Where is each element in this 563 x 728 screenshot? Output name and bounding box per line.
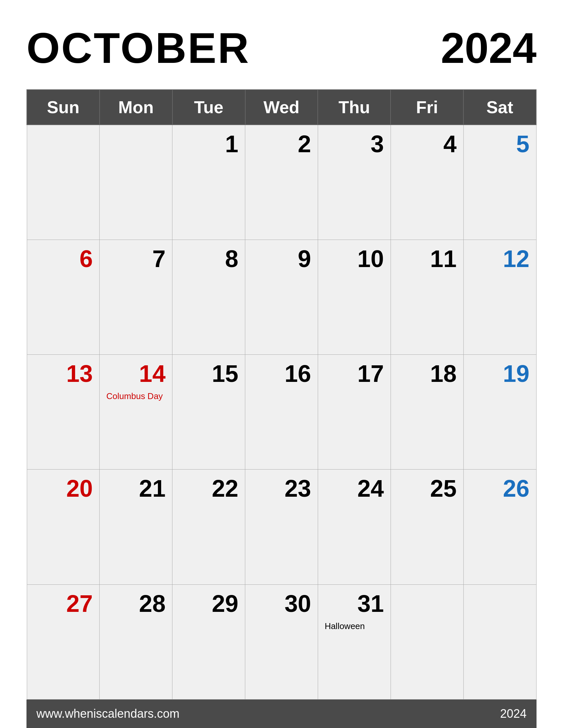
calendar-cell bbox=[391, 584, 463, 699]
day-number: 4 bbox=[398, 130, 457, 158]
day-number: 10 bbox=[325, 245, 384, 272]
calendar-cell: 5 bbox=[463, 125, 536, 240]
event-label: Columbus Day bbox=[106, 391, 165, 401]
day-header-wed: Wed bbox=[245, 90, 318, 125]
footer-url: www.wheniscalendars.com bbox=[36, 707, 179, 721]
calendar-cell: 22 bbox=[172, 470, 245, 584]
calendar-table: Sun Mon Tue Wed Thu Fri Sat 123456789101… bbox=[26, 89, 537, 700]
calendar-cell: 1 bbox=[172, 125, 245, 240]
calendar-cell: 20 bbox=[27, 470, 100, 584]
day-header-fri: Fri bbox=[391, 90, 463, 125]
calendar-cell: 18 bbox=[391, 355, 463, 470]
day-number: 11 bbox=[398, 245, 457, 272]
day-number: 21 bbox=[106, 475, 165, 502]
day-header-tue: Tue bbox=[172, 90, 245, 125]
calendar-cell: 10 bbox=[318, 240, 391, 354]
day-number: 18 bbox=[398, 360, 457, 387]
day-number: 27 bbox=[34, 590, 93, 617]
day-header-sun: Sun bbox=[27, 90, 100, 125]
calendar-cell: 11 bbox=[391, 240, 463, 354]
day-header-thu: Thu bbox=[318, 90, 391, 125]
day-number: 24 bbox=[325, 475, 384, 502]
calendar-cell: 30 bbox=[245, 584, 318, 699]
day-number: 28 bbox=[106, 590, 165, 617]
day-number: 2 bbox=[252, 130, 311, 158]
day-number: 19 bbox=[470, 360, 530, 387]
calendar-cell: 17 bbox=[318, 355, 391, 470]
calendar-cell: 28 bbox=[100, 584, 172, 699]
calendar-cell: 12 bbox=[463, 240, 536, 354]
day-number: 12 bbox=[470, 245, 530, 272]
calendar-cell: 6 bbox=[27, 240, 100, 354]
calendar-cell: 25 bbox=[391, 470, 463, 584]
day-number: 3 bbox=[325, 130, 384, 158]
day-number: 1 bbox=[179, 130, 238, 158]
calendar-cell: 13 bbox=[27, 355, 100, 470]
day-number: 13 bbox=[34, 360, 93, 387]
calendar-footer: www.wheniscalendars.com 2024 bbox=[26, 700, 537, 728]
calendar-cell: 15 bbox=[172, 355, 245, 470]
day-number: 8 bbox=[179, 245, 238, 272]
day-number: 29 bbox=[179, 590, 238, 617]
page-container: OCTOBER 2024 Sun Mon Tue Wed Thu Fri Sat… bbox=[0, 0, 563, 728]
calendar-cell: 21 bbox=[100, 470, 172, 584]
day-number: 5 bbox=[470, 130, 530, 158]
calendar-cell bbox=[463, 584, 536, 699]
calendar-cell bbox=[100, 125, 172, 240]
calendar-cell: 31Halloween bbox=[318, 584, 391, 699]
day-number: 16 bbox=[252, 360, 311, 387]
calendar-cell: 16 bbox=[245, 355, 318, 470]
calendar-header-row: Sun Mon Tue Wed Thu Fri Sat bbox=[27, 90, 536, 125]
calendar-header: OCTOBER 2024 bbox=[26, 26, 537, 69]
day-header-sat: Sat bbox=[463, 90, 536, 125]
day-number: 30 bbox=[252, 590, 311, 617]
day-number: 9 bbox=[252, 245, 311, 272]
day-number: 25 bbox=[398, 475, 457, 502]
day-number: 17 bbox=[325, 360, 384, 387]
calendar-body: 1234567891011121314Columbus Day151617181… bbox=[27, 125, 536, 700]
calendar-cell: 2 bbox=[245, 125, 318, 240]
calendar-cell: 7 bbox=[100, 240, 172, 354]
calendar-cell: 3 bbox=[318, 125, 391, 240]
day-number: 7 bbox=[106, 245, 165, 272]
calendar-section: Sun Mon Tue Wed Thu Fri Sat 123456789101… bbox=[26, 89, 537, 700]
calendar-cell: 14Columbus Day bbox=[100, 355, 172, 470]
year-title: 2024 bbox=[441, 26, 537, 69]
footer-year: 2024 bbox=[500, 707, 527, 721]
day-number: 20 bbox=[34, 475, 93, 502]
day-number: 14 bbox=[106, 360, 165, 387]
calendar-cell: 29 bbox=[172, 584, 245, 699]
day-number: 6 bbox=[34, 245, 93, 272]
day-number: 26 bbox=[470, 475, 530, 502]
day-number: 15 bbox=[179, 360, 238, 387]
calendar-cell: 9 bbox=[245, 240, 318, 354]
day-number: 23 bbox=[252, 475, 311, 502]
calendar-cell: 27 bbox=[27, 584, 100, 699]
calendar-cell: 23 bbox=[245, 470, 318, 584]
day-number: 22 bbox=[179, 475, 238, 502]
calendar-cell bbox=[27, 125, 100, 240]
event-label-black: Halloween bbox=[325, 621, 384, 631]
calendar-cell: 19 bbox=[463, 355, 536, 470]
day-header-mon: Mon bbox=[100, 90, 172, 125]
calendar-cell: 24 bbox=[318, 470, 391, 584]
calendar-cell: 8 bbox=[172, 240, 245, 354]
calendar-cell: 4 bbox=[391, 125, 463, 240]
day-number: 31 bbox=[325, 590, 384, 617]
month-title: OCTOBER bbox=[26, 26, 250, 69]
calendar-cell: 26 bbox=[463, 470, 536, 584]
